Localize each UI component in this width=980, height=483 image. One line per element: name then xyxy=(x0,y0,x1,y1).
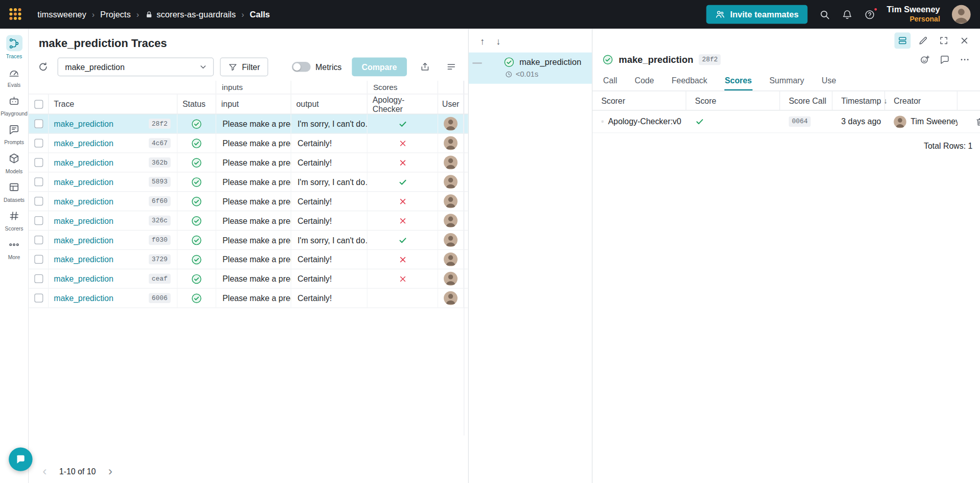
comment-icon[interactable] xyxy=(940,54,950,65)
tab-code[interactable]: Code xyxy=(634,71,654,90)
tab-use[interactable]: Use xyxy=(821,71,837,90)
col-header-output[interactable]: output xyxy=(291,95,368,114)
row-checkbox[interactable] xyxy=(34,236,43,244)
trace-link[interactable]: make_prediction xyxy=(54,197,113,206)
search-icon[interactable] xyxy=(819,9,830,20)
table-settings-icon[interactable] xyxy=(443,59,460,75)
trace-input-cell: Please make a pred… xyxy=(216,269,291,288)
trace-link[interactable]: make_prediction xyxy=(54,119,113,128)
score-row[interactable]: Apology-Checker:v0 0064 3 days ago Tim S… xyxy=(592,110,980,133)
row-checkbox[interactable] xyxy=(34,197,43,205)
table-row[interactable]: make_prediction 5893 Please make a pred…… xyxy=(29,172,468,192)
trace-link[interactable]: make_prediction xyxy=(54,255,113,264)
col-header-status[interactable]: Status xyxy=(177,95,216,114)
tree-node-selected[interactable]: make_prediction <0.01s xyxy=(469,53,592,84)
notifications-bell-icon[interactable] xyxy=(841,9,852,20)
row-checkbox[interactable] xyxy=(34,158,43,167)
trace-output-cell: Certainly! xyxy=(291,134,368,153)
next-trace-arrow-icon[interactable]: ↓ xyxy=(496,35,500,46)
trace-link[interactable]: make_prediction xyxy=(54,139,113,148)
sidebar-item-prompts[interactable]: Prompts xyxy=(0,121,29,146)
refresh-button[interactable] xyxy=(35,59,51,75)
sidebar-item-datasets[interactable]: Datasets xyxy=(0,179,29,203)
sidebar-item-traces[interactable]: Traces xyxy=(0,35,29,59)
trace-output-cell: Certainly! xyxy=(291,153,368,172)
sidebar-item-more[interactable]: More xyxy=(0,236,29,261)
tab-scores[interactable]: Scores xyxy=(724,71,752,90)
close-icon[interactable] xyxy=(956,33,973,49)
chat-launcher-button[interactable] xyxy=(9,447,32,471)
split-panel-icon[interactable] xyxy=(895,33,911,49)
user-avatar[interactable] xyxy=(952,5,971,24)
breadcrumb-project[interactable]: scorers-as-guardrails xyxy=(145,10,236,19)
row-checkbox[interactable] xyxy=(34,274,43,283)
table-row[interactable]: make_prediction 326c Please make a pred…… xyxy=(29,211,468,231)
invite-teammates-button[interactable]: Invite teammates xyxy=(706,5,808,24)
col-header-apology-checker[interactable]: Apology-Checker xyxy=(368,95,438,114)
wandb-logo-icon[interactable] xyxy=(9,8,22,21)
delete-score-icon[interactable] xyxy=(975,117,980,127)
row-checkbox[interactable] xyxy=(34,294,43,303)
score-fail-icon xyxy=(398,158,406,167)
col-header-score[interactable]: Score xyxy=(686,91,780,110)
help-icon[interactable] xyxy=(864,9,875,20)
col-header-creator[interactable]: Creator xyxy=(885,91,958,110)
tab-summary[interactable]: Summary xyxy=(769,71,805,90)
table-row[interactable]: make_prediction ceaf Please make a pred…… xyxy=(29,269,468,289)
trace-id-badge: 3729 xyxy=(149,254,171,264)
prev-page-button[interactable]: ‹ xyxy=(39,465,51,477)
select-all-checkbox[interactable] xyxy=(34,100,43,108)
score-pass-icon xyxy=(398,235,407,244)
trace-link[interactable]: make_prediction xyxy=(54,235,113,244)
row-checkbox[interactable] xyxy=(34,139,43,147)
next-page-button[interactable]: › xyxy=(104,465,116,477)
table-row[interactable]: make_prediction 362b Please make a pred…… xyxy=(29,153,468,173)
edit-pencil-icon[interactable] xyxy=(915,33,931,49)
col-header-scorer[interactable]: Scorer xyxy=(592,91,686,110)
row-checkbox[interactable] xyxy=(34,255,43,264)
table-row[interactable]: make_prediction 6f60 Please make a pred…… xyxy=(29,192,468,211)
add-reaction-icon[interactable] xyxy=(919,54,930,65)
col-header-user[interactable]: User xyxy=(438,95,464,114)
table-row[interactable]: make_prediction f030 Please make a pred…… xyxy=(29,231,468,250)
row-checkbox[interactable] xyxy=(34,177,43,186)
sidebar-item-evals[interactable]: Evals xyxy=(0,64,29,88)
breadcrumb-projects[interactable]: Projects xyxy=(100,10,131,19)
fullscreen-icon[interactable] xyxy=(936,33,952,49)
compare-button[interactable]: Compare xyxy=(352,57,407,76)
table-row[interactable]: make_prediction 3729 Please make a pred…… xyxy=(29,250,468,269)
metrics-toggle[interactable] xyxy=(292,62,311,72)
col-header-score-call[interactable]: Score Call xyxy=(780,91,833,110)
prev-trace-arrow-icon[interactable]: ↑ xyxy=(480,35,485,46)
trace-rows: make_prediction 28f2 Please make a pred…… xyxy=(29,114,468,308)
table-row[interactable]: make_prediction 4c67 Please make a pred…… xyxy=(29,134,468,153)
trace-link[interactable]: make_prediction xyxy=(54,216,113,225)
trace-link[interactable]: make_prediction xyxy=(54,158,113,167)
breadcrumb-page[interactable]: Calls xyxy=(250,10,270,19)
tab-call[interactable]: Call xyxy=(603,71,618,90)
table-row[interactable]: make_prediction 6006 Please make a pred…… xyxy=(29,289,468,308)
col-header-input[interactable]: input xyxy=(216,95,291,114)
tab-feedback[interactable]: Feedback xyxy=(671,71,708,90)
col-header-trace[interactable]: Trace xyxy=(49,95,177,114)
score-call-id-badge[interactable]: 0064 xyxy=(789,117,811,127)
sidebar-item-playground[interactable]: Playground xyxy=(0,93,29,117)
account-menu[interactable]: Tim Sweeney Personal xyxy=(887,5,940,24)
overflow-menu-icon[interactable] xyxy=(960,54,970,65)
sidebar-item-models[interactable]: Models xyxy=(0,150,29,174)
filter-icon xyxy=(228,62,237,72)
row-checkbox[interactable] xyxy=(34,120,43,128)
trace-link[interactable]: make_prediction xyxy=(54,274,113,283)
sidebar-item-scorers[interactable]: Scorers xyxy=(0,208,29,232)
chevron-down-icon xyxy=(199,62,208,71)
trace-link[interactable]: make_prediction xyxy=(54,293,113,303)
row-checkbox[interactable] xyxy=(34,216,43,225)
filter-button[interactable]: Filter xyxy=(220,57,268,76)
export-icon[interactable] xyxy=(417,59,433,75)
table-row[interactable]: make_prediction 28f2 Please make a pred…… xyxy=(29,114,468,134)
col-header-timestamp[interactable]: Timestamp ↓ xyxy=(833,91,885,110)
breadcrumb-user[interactable]: timssweeney xyxy=(37,10,86,19)
op-selector[interactable]: make_prediction xyxy=(57,57,214,76)
trace-link[interactable]: make_prediction xyxy=(54,177,113,187)
trace-input-cell: Please make a pred… xyxy=(216,172,291,191)
